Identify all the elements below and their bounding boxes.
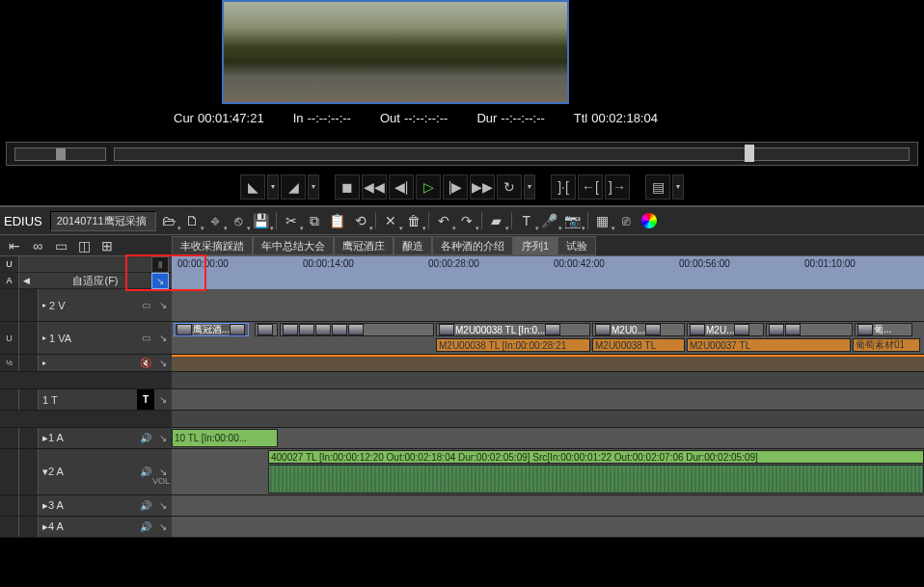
- step-back-button[interactable]: ◀|: [389, 174, 414, 200]
- track-2a-content[interactable]: 400027 TL [In:00:00:12:20 Out:00:02:18:0…: [172, 449, 924, 494]
- overwrite-mode-button[interactable]: ∞: [27, 235, 48, 256]
- video-patch-header[interactable]: U: [0, 256, 19, 272]
- tab-4[interactable]: 各种酒的介绍: [432, 236, 513, 255]
- ripple-button[interactable]: ▭: [50, 235, 71, 256]
- clip-va1-d[interactable]: M2U...: [687, 323, 764, 336]
- paste-button[interactable]: 📋: [327, 210, 348, 231]
- tab-6[interactable]: 试验: [557, 236, 596, 255]
- title-track-icon[interactable]: T: [137, 389, 154, 410]
- scrub-bar[interactable]: [6, 142, 918, 166]
- preview-frame[interactable]: [222, 0, 569, 104]
- video-mute-icon[interactable]: ▭: [137, 322, 154, 354]
- clip-va1-e[interactable]: 葡...: [855, 323, 912, 336]
- stop-button[interactable]: ◼: [335, 174, 360, 200]
- track-label-4a[interactable]: ▸4 A: [39, 517, 137, 537]
- tab-5[interactable]: 序列1: [513, 236, 557, 255]
- audio-patch-header[interactable]: A: [0, 273, 19, 288]
- layout-button[interactable]: ▦: [592, 210, 613, 231]
- track-sync-icon[interactable]: ↘: [154, 517, 172, 537]
- mixer-button[interactable]: ⎚: [615, 210, 637, 231]
- import-button[interactable]: ⎆: [204, 210, 226, 231]
- save-button[interactable]: 💾: [251, 210, 272, 231]
- audio-mute-icon[interactable]: 🔇: [137, 355, 154, 371]
- clip-a1[interactable]: 10 TL [In:00:00...: [172, 429, 278, 447]
- display-mode-button[interactable]: ▤: [645, 174, 670, 200]
- clip-va1-c[interactable]: M2U0...: [592, 323, 685, 336]
- sync-lock-button[interactable]: ◫: [73, 235, 95, 256]
- track-sync-icon[interactable]: ↘: [154, 428, 172, 448]
- loop-button[interactable]: ↻: [497, 174, 522, 200]
- transition-button[interactable]: ▰: [486, 210, 507, 231]
- video-mute-icon[interactable]: ▭: [137, 289, 154, 321]
- tab-1[interactable]: 年中总结大会: [253, 236, 334, 255]
- voiceover-button[interactable]: 🎤: [539, 210, 560, 231]
- clip-va1-sub-c[interactable]: M2U00037 TL: [687, 338, 851, 352]
- lock-header-top[interactable]: ⦀: [151, 256, 169, 273]
- sync-lock-header[interactable]: ↘: [151, 273, 169, 289]
- tab-0[interactable]: 丰收采摘踩踏: [172, 236, 253, 255]
- track-sync-icon[interactable]: ↘: [154, 449, 172, 494]
- export-button[interactable]: ⎋: [228, 210, 249, 231]
- track-label-1t[interactable]: 1 T: [39, 389, 137, 410]
- title-button[interactable]: T: [516, 210, 537, 231]
- speaker-icon[interactable]: 🔊: [137, 495, 154, 516]
- track-label-3a[interactable]: ▸3 A: [39, 495, 137, 516]
- open-button[interactable]: 🗁: [158, 210, 179, 231]
- track-sync-icon[interactable]: ↘: [154, 389, 172, 410]
- vectorscope-button[interactable]: [641, 213, 657, 228]
- set-in-menu[interactable]: ▾: [267, 174, 279, 200]
- goto-out-button[interactable]: ]→: [605, 174, 630, 200]
- clip-va1-sub-d[interactable]: 葡萄素材01: [853, 338, 920, 352]
- replace-button[interactable]: ⟲: [350, 210, 371, 231]
- display-mode-menu[interactable]: ▾: [672, 174, 684, 200]
- capture-button[interactable]: 📷: [562, 210, 584, 231]
- razor-button[interactable]: ✕: [380, 210, 401, 231]
- set-in-button[interactable]: ◣: [240, 174, 265, 200]
- prev-edit-button[interactable]: ]·[: [551, 174, 576, 200]
- cut-button[interactable]: ✂: [281, 210, 302, 231]
- play-button[interactable]: ▷: [416, 174, 441, 200]
- track-sync-icon[interactable]: ↘: [154, 289, 172, 321]
- redo-button[interactable]: ↷: [456, 210, 477, 231]
- set-out-button[interactable]: ◢: [281, 174, 306, 200]
- clip-va1-t1[interactable]: [255, 323, 278, 336]
- scale-selector[interactable]: ◀自适应(F)▶: [19, 273, 172, 288]
- track-sync-icon[interactable]: ↘: [154, 495, 172, 516]
- set-out-menu[interactable]: ▾: [308, 174, 319, 200]
- speaker-icon[interactable]: 🔊: [137, 428, 154, 448]
- rewind-button[interactable]: ◀◀: [362, 174, 387, 200]
- delete-button[interactable]: 🗑: [403, 210, 424, 231]
- track-sync-icon[interactable]: ↘: [154, 355, 172, 371]
- position-slider[interactable]: [114, 147, 910, 161]
- shuttle-slider[interactable]: [14, 147, 106, 161]
- clip-va1-a[interactable]: 鹰冠酒...: [174, 323, 249, 336]
- clip-a2-label[interactable]: 400027 TL [In:00:00:12:20 Out:00:02:18:0…: [268, 450, 924, 464]
- clip-a2-wave[interactable]: [268, 465, 924, 494]
- ffwd-button[interactable]: ▶▶: [470, 174, 495, 200]
- track-sync-icon[interactable]: ↘: [154, 322, 172, 354]
- snap-button[interactable]: ⊞: [96, 235, 118, 256]
- clip-va1-t2[interactable]: [280, 323, 434, 336]
- step-fwd-button[interactable]: |▶: [443, 174, 468, 200]
- clip-va1-b[interactable]: M2U00038 TL [In:0...: [436, 323, 590, 336]
- goto-in-button[interactable]: ←[: [578, 174, 603, 200]
- project-name-field[interactable]: 20140711鹰冠采摘: [50, 211, 156, 231]
- clip-va1-sub-a[interactable]: M2U00038 TL [In:00:00:28:21: [436, 338, 590, 352]
- tab-2[interactable]: 鹰冠酒庄: [334, 236, 394, 255]
- track-label-2a[interactable]: ▾2 A: [39, 449, 137, 494]
- speaker-icon[interactable]: 🔊: [137, 449, 154, 494]
- new-button[interactable]: 🗋: [181, 210, 203, 231]
- tab-3[interactable]: 酿造: [394, 236, 432, 255]
- clip-va1-t3[interactable]: [766, 323, 853, 336]
- loop-menu[interactable]: ▾: [524, 174, 535, 200]
- speaker-icon[interactable]: 🔊: [137, 517, 154, 537]
- track-label-2v[interactable]: ▸2 V: [39, 289, 137, 321]
- time-ruler[interactable]: 00:00:00:00 00:00:14:00 00:00:28:00 00:0…: [172, 256, 924, 289]
- track-label-1va[interactable]: ▸1 VA: [39, 322, 137, 354]
- copy-button[interactable]: ⧉: [304, 210, 325, 231]
- clip-va1-sub-b[interactable]: M2U00038 TL: [592, 338, 685, 352]
- track-label-1a[interactable]: ▸1 A: [39, 428, 137, 448]
- undo-button[interactable]: ↶: [433, 210, 454, 231]
- track-1va-content[interactable]: 鹰冠酒... M2U00038 TL [In:0... M2U0... M2U.…: [172, 322, 924, 354]
- track-1a-content[interactable]: 10 TL [In:00:00...: [172, 428, 924, 448]
